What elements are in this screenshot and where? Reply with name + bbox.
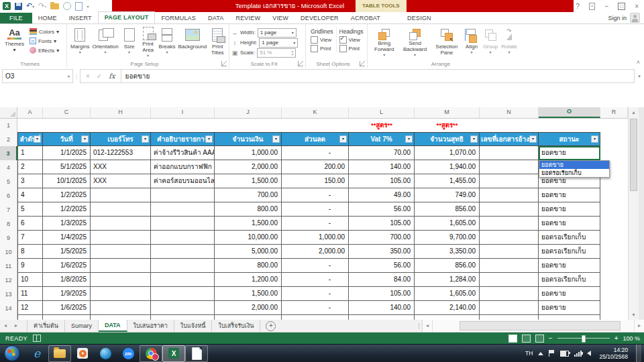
name-box-splitter[interactable]: ⋮ — [73, 73, 80, 80]
table-cell[interactable] — [151, 287, 215, 301]
margins-button[interactable]: Margins▾ — [69, 26, 91, 59]
table-header-cell[interactable]: สถานะ▾ — [539, 132, 600, 146]
column-header-letter[interactable]: R — [600, 107, 628, 118]
orientation-button[interactable]: Orientation▾ — [91, 26, 119, 59]
themes-button[interactable]: Aa Themes ▾ — [2, 26, 27, 59]
new-sheet-button[interactable]: + — [266, 321, 276, 331]
table-cell[interactable]: ค่าจ้างรีวิวสินค้า AAA — [151, 146, 215, 160]
table-cell[interactable]: 9 — [17, 259, 43, 273]
background-button[interactable]: Background — [177, 26, 209, 59]
table-cell[interactable]: ค่าคอร์สอบรมออนไลน์ — [151, 174, 215, 188]
hidden-icons-icon[interactable] — [538, 352, 543, 355]
undo-icon[interactable]: ↶▾ — [26, 0, 34, 13]
table-header-cell[interactable]: Vat 7%▾ — [349, 132, 415, 146]
save-icon[interactable] — [15, 3, 22, 10]
row-header[interactable]: 3 — [0, 146, 17, 160]
table-cell[interactable]: ค่าออกแบบกราฟฟิก — [151, 160, 215, 174]
row-header[interactable]: 12 — [0, 273, 17, 287]
sign-in[interactable]: Sign in — [608, 13, 640, 23]
headings-print-checkbox[interactable]: Print — [339, 45, 364, 52]
table-header-cell[interactable]: เบอร์โทร▾ — [91, 132, 151, 146]
table-cell[interactable] — [480, 301, 539, 315]
filter-button[interactable]: ▾ — [470, 135, 478, 143]
tab-insert[interactable]: INSERT — [63, 13, 98, 23]
column-header-letter[interactable]: L — [349, 107, 415, 118]
table-cell[interactable] — [151, 217, 215, 231]
dropdown-item[interactable]: ยอดรอเรียกเก็บ — [539, 169, 609, 177]
row-header[interactable]: 5 — [0, 174, 17, 188]
action-center-flag-icon[interactable] — [549, 350, 555, 357]
page-layout-view-icon[interactable] — [522, 335, 531, 343]
column-header-letter[interactable]: M — [415, 107, 480, 118]
table-cell[interactable] — [91, 231, 151, 245]
table-cell[interactable]: XXX — [91, 160, 151, 174]
tab-formulas[interactable]: FORMULAS — [155, 13, 202, 23]
align-button[interactable]: Align▾ — [462, 26, 481, 59]
table-cell[interactable]: 200.00 — [282, 160, 349, 174]
taskbar-excel[interactable]: X — [162, 345, 185, 362]
table-cell[interactable] — [415, 315, 480, 320]
table-cell[interactable]: 1/4/2025 — [43, 231, 91, 245]
table-cell[interactable] — [91, 301, 151, 315]
table-header-cell[interactable]: คำอธิบายรายการ▾ — [151, 132, 215, 146]
table-cell[interactable] — [151, 188, 215, 202]
tab-view[interactable]: VIEW — [266, 13, 294, 23]
table-cell[interactable]: 12 — [17, 301, 43, 315]
redo-icon[interactable]: ↷▾ — [38, 0, 46, 13]
table-cell[interactable]: 1/9/2025 — [43, 287, 91, 301]
table-cell[interactable]: 1/2/2025 — [43, 202, 91, 217]
vertical-scrollbar[interactable]: ▴ ▾ — [628, 107, 639, 320]
table-cell[interactable]: XXX — [91, 174, 151, 188]
table-cell[interactable]: ยอดขาย — [539, 259, 600, 273]
horizontal-scrollbar[interactable]: ◂ ▸ — [422, 320, 644, 332]
row-header[interactable]: 4 — [0, 160, 17, 174]
row-header[interactable]: 2 — [0, 132, 17, 146]
row-header[interactable]: 14 — [0, 301, 17, 315]
name-box[interactable]: O3▾ — [2, 69, 73, 83]
row-header[interactable] — [0, 315, 17, 320]
zoom-slider-thumb[interactable] — [582, 335, 586, 343]
taskbar-notepad[interactable] — [185, 345, 208, 362]
table-cell[interactable]: 1/2/2025 — [43, 188, 91, 202]
tab-developer[interactable]: DEVELOPER — [294, 13, 345, 23]
table-cell[interactable]: 856.00 — [415, 202, 480, 217]
table-cell[interactable] — [151, 259, 215, 273]
table-cell[interactable]: 7 — [17, 231, 43, 245]
send-backward-button[interactable]: Send Backward▾ — [399, 26, 431, 59]
table-header-cell[interactable]: จำนวนสุทธิ▾ — [415, 132, 480, 146]
qat-customize-icon[interactable]: ▾ — [87, 4, 89, 9]
zoom-slider[interactable] — [557, 338, 610, 339]
table-cell[interactable]: 56.00 — [349, 202, 415, 217]
sheet-tab-4[interactable]: ใบแจ้งหนี้ — [174, 320, 213, 332]
table-cell[interactable]: 8 — [17, 245, 43, 259]
row-header[interactable]: 10 — [0, 245, 17, 259]
table-cell[interactable]: 105.00 — [349, 287, 415, 301]
column-header-letter[interactable]: N — [480, 107, 539, 118]
table-cell[interactable]: 1,455.00 — [415, 174, 480, 188]
table-cell[interactable]: ยอดรอเรียกเก็บ — [539, 245, 600, 259]
filter-button[interactable]: ▾ — [405, 135, 413, 143]
taskbar-zoom[interactable]: zm — [117, 345, 140, 362]
table-cell[interactable] — [151, 202, 215, 217]
table-cell[interactable]: 012-1222553 — [91, 146, 151, 160]
close-button[interactable]: × — [635, 3, 639, 10]
sheet-tab-3[interactable]: ใบเสนอราคา — [127, 320, 174, 332]
table-cell[interactable]: 1,500.00 — [215, 217, 282, 231]
table-cell[interactable] — [480, 245, 539, 259]
table-cell[interactable]: 140.00 — [349, 301, 415, 315]
scroll-up-icon[interactable]: ▴ — [629, 107, 639, 117]
table-cell[interactable] — [43, 315, 91, 320]
table-cell[interactable]: 2 — [17, 160, 43, 174]
scale-to-fit-dialog-launcher[interactable] — [298, 61, 303, 66]
table-cell[interactable]: 9,700.00 — [415, 231, 480, 245]
vertical-scrollbar-thumb[interactable] — [630, 119, 637, 191]
cancel-entry-icon[interactable]: × — [86, 72, 90, 80]
table-cell[interactable]: 56.00 — [349, 259, 415, 273]
empty-cells[interactable] — [17, 119, 349, 132]
filter-button[interactable]: ▾ — [81, 135, 89, 143]
table-cell[interactable]: 1,000.00 — [282, 231, 349, 245]
row-header[interactable]: 8 — [0, 217, 17, 231]
rotate-button[interactable]: ↷Rotate▾ — [500, 26, 519, 59]
taskbar-chrome[interactable] — [140, 345, 162, 362]
restore-button[interactable]: □ — [618, 3, 625, 10]
